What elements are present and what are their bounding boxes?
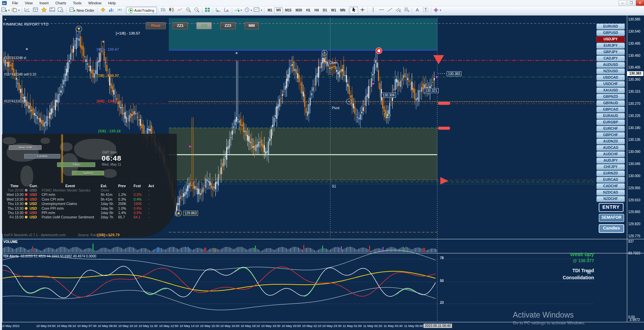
symbol-button-euraud[interactable]: EURAUD	[596, 113, 625, 119]
price-scale-tick: 130.360	[628, 78, 642, 81]
order-line-label[interactable]: #137413163 tp	[4, 99, 27, 103]
news-row: Thu 13:30USDUnemployment Claims1day 5h20…	[4, 202, 162, 206]
timeframe-w1[interactable]: W1	[329, 7, 338, 13]
zoom-out-button[interactable]	[193, 7, 201, 14]
crosshair-button[interactable]	[358, 7, 366, 14]
order-line-label[interactable]: #137413248 sl	[4, 56, 26, 60]
symbol-button-cadjpy[interactable]: CADJPY	[596, 55, 625, 61]
menu-item-file[interactable]: File	[9, 0, 21, 6]
entry-button[interactable]: ENTRY	[599, 203, 624, 212]
symbol-button-gbpchf[interactable]: GBPCHF	[596, 132, 625, 138]
cursor-button[interactable]	[350, 7, 358, 14]
price-scale-tick: 129.820	[628, 222, 642, 226]
tile-windows-button[interactable]	[203, 7, 212, 14]
timeframe-m15[interactable]: M15	[283, 7, 293, 13]
templates-button[interactable]: ▼	[253, 7, 263, 14]
candlesticks-button[interactable]	[167, 7, 176, 14]
menu-item-insert[interactable]: Insert	[36, 0, 52, 6]
timeframe-m30[interactable]: M30	[294, 7, 304, 13]
menu-item-help[interactable]: Help	[105, 0, 119, 6]
timeframe-mn[interactable]: MN	[338, 7, 348, 13]
indicators-button[interactable]: ▼	[233, 7, 243, 14]
market-watch-button[interactable]	[23, 7, 32, 14]
new-chart-button[interactable]: ▼	[1, 7, 11, 14]
menu-item-tools[interactable]: Tools	[69, 0, 85, 6]
symbol-button-gbpusd[interactable]: GBPUSD	[596, 30, 625, 36]
symbol-button-eurnzd[interactable]: EURNZD	[596, 170, 625, 176]
menu-item-charts[interactable]: Charts	[52, 0, 69, 6]
menu-item-view[interactable]: View	[21, 0, 36, 6]
symbol-button-usdcad[interactable]: USDCAD	[596, 75, 625, 81]
chart-button-pivot[interactable]: Pivot	[146, 22, 166, 29]
terminal-button[interactable]	[48, 7, 57, 14]
symbol-button-audnzd[interactable]: AUDNZD	[596, 138, 625, 145]
symbol-button-nzdusd[interactable]: NZDUSD	[596, 68, 625, 74]
autotrading-button[interactable]: AutoTrading	[126, 7, 157, 14]
signals-button[interactable]	[115, 7, 124, 14]
text-label-button[interactable]: T	[422, 7, 430, 14]
alarm-marker-icon	[376, 48, 382, 54]
symbol-button-gbpcad[interactable]: GBPCAD	[596, 107, 625, 113]
timeframe-m5[interactable]: M5	[274, 7, 283, 13]
vertical-line-button[interactable]	[369, 7, 377, 14]
bar-chart-button[interactable]	[159, 7, 167, 14]
menu-item-window[interactable]: Window	[85, 0, 105, 6]
horizontal-line-button[interactable]	[377, 7, 386, 14]
market-depth-button[interactable]	[107, 7, 115, 14]
minimize-button[interactable]: –	[618, 0, 627, 6]
symbol-button-nzdcad[interactable]: NZDCAD	[596, 190, 625, 196]
order-line-label[interactable]: #137413248 sell 0.10	[4, 73, 36, 76]
arrows-button[interactable]: ▼	[432, 7, 442, 14]
volume-panel-separator[interactable]	[2, 239, 644, 239]
symbol-button-audcad[interactable]: AUDCAD	[596, 145, 625, 151]
symbol-button-nzdchf[interactable]: NZDCHF	[596, 196, 625, 202]
symbol-button-audjpy[interactable]: AUDJPY	[596, 158, 625, 164]
semafor-button[interactable]: SEMAFOR	[599, 214, 624, 222]
fibonacci-button[interactable]: F	[402, 7, 411, 14]
symbol-button-audusd[interactable]: AUDUSD	[596, 62, 625, 68]
symbol-button-audchf[interactable]: AUDCHF	[596, 151, 625, 157]
maximize-button[interactable]: ❐	[627, 0, 635, 6]
symbol-button-gbpjpy[interactable]: GBPJPY	[596, 49, 625, 55]
chart-shift-button[interactable]	[222, 7, 231, 14]
data-window-button[interactable]	[32, 7, 40, 14]
navigator-button[interactable]	[40, 7, 48, 14]
timeframe-m1[interactable]: M1	[265, 7, 274, 13]
one-click-trading-expander[interactable]: ▼	[4, 18, 7, 21]
timeframe-d1[interactable]: D1	[321, 7, 329, 13]
symbol-button-gbpnzd[interactable]: GBPNZD	[596, 94, 625, 100]
trendline-button[interactable]	[386, 7, 394, 14]
metaeditor-button[interactable]	[99, 7, 107, 14]
symbol-button-eurgbp[interactable]: EURGBP	[596, 119, 625, 125]
chart-button-zz3[interactable]: ZZ3	[220, 22, 236, 29]
symbol-button-gbpaud[interactable]: GBPAUD	[596, 100, 625, 106]
symbol-button-chfjpy[interactable]: CHFJPY	[596, 164, 625, 170]
profiles-button[interactable]: ▼	[11, 7, 21, 14]
zoom-in-button[interactable]	[184, 7, 193, 14]
news-row: Fri 15:00USDPrelim UoM Consumer Sentimen…	[4, 215, 162, 219]
close-button[interactable]: ✕	[636, 0, 644, 6]
periods-button[interactable]: ▼	[243, 7, 253, 14]
text-button[interactable]: A	[413, 7, 422, 14]
symbol-button-usdjpy[interactable]: USDJPY	[596, 36, 625, 42]
chart-button-mm[interactable]: MM	[245, 22, 259, 29]
symbol-button-usdchf[interactable]: USDCHF	[596, 81, 625, 87]
chart-button-zz2[interactable]: ZZ2	[196, 22, 212, 29]
new-order-button[interactable]: New Order	[67, 7, 96, 14]
symbol-button-xauusd[interactable]: XAUUSD	[596, 87, 625, 93]
symbol-button-eurjpy[interactable]: EURJPY	[596, 43, 625, 49]
auto-scroll-button[interactable]	[214, 7, 222, 14]
candles-button[interactable]: Candles	[599, 224, 624, 233]
symbol-button-cadchf[interactable]: CADCHF	[596, 183, 625, 189]
symbol-button-eurcad[interactable]: EURCAD	[596, 177, 625, 183]
line-chart-button[interactable]	[176, 7, 184, 14]
strategy-tester-button[interactable]	[57, 7, 65, 14]
time-axis-label: 10 May 22:10	[302, 324, 321, 328]
timeframe-h1[interactable]: H1	[304, 7, 312, 13]
symbol-button-eurchf[interactable]: EURCHF	[596, 126, 625, 132]
news-row: Tue 20:00USDFOMC Member Mester SpeaksDon…	[4, 188, 162, 192]
equidistant-channel-button[interactable]: E	[394, 7, 402, 14]
chart-button-zz1[interactable]: ZZ1	[172, 22, 188, 29]
timeframe-h4[interactable]: H4	[312, 7, 321, 13]
symbol-button-eurusd[interactable]: EURUSD	[596, 24, 625, 30]
